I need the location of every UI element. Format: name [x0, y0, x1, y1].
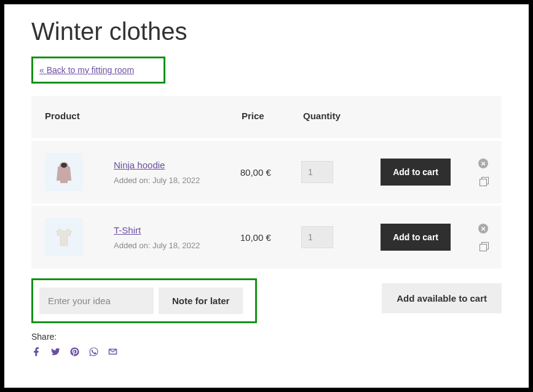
share-label: Share: — [31, 332, 502, 342]
svg-point-1 — [61, 163, 67, 168]
idea-input[interactable] — [39, 288, 154, 314]
email-icon[interactable] — [108, 347, 118, 357]
quantity-input[interactable] — [301, 161, 333, 183]
added-date: Added on: July 18, 2022 — [114, 241, 240, 250]
product-name-link[interactable]: Ninja hoodie — [114, 160, 165, 170]
add-to-cart-button[interactable]: Add to cart — [381, 159, 451, 186]
table-row: Ninja hoodie Added on: July 18, 2022 80,… — [31, 138, 502, 203]
copy-icon[interactable] — [480, 177, 488, 186]
table-row: T-Shirt Added on: July 18, 2022 10,00 € … — [31, 203, 502, 269]
hoodie-icon — [49, 157, 79, 187]
page-title: Winter clothes — [31, 18, 502, 45]
whatsapp-icon[interactable] — [89, 347, 99, 357]
product-thumbnail[interactable] — [45, 218, 83, 256]
product-thumbnail[interactable] — [45, 153, 83, 191]
note-highlight: Note for later — [31, 278, 257, 323]
col-price: Price — [242, 111, 303, 121]
col-quantity: Quantity — [303, 111, 383, 121]
remove-icon[interactable]: ✕ — [478, 159, 488, 168]
quantity-input[interactable] — [301, 226, 333, 248]
tshirt-icon — [50, 224, 77, 251]
product-name-link[interactable]: T-Shirt — [114, 225, 141, 235]
back-link-highlight: « Back to my fitting room — [31, 57, 165, 84]
back-link[interactable]: « Back to my fitting room — [39, 65, 134, 75]
col-product: Product — [45, 111, 242, 121]
add-to-cart-button[interactable]: Add to cart — [381, 224, 451, 251]
facebook-icon[interactable] — [31, 347, 42, 357]
note-for-later-button[interactable]: Note for later — [159, 288, 243, 314]
copy-icon[interactable] — [480, 242, 488, 251]
price-value: 10,00 € — [240, 232, 301, 243]
add-available-button[interactable]: Add available to cart — [382, 283, 502, 313]
remove-icon[interactable]: ✕ — [478, 224, 488, 233]
added-date: Added on: July 18, 2022 — [114, 176, 240, 185]
twitter-icon[interactable] — [50, 347, 61, 357]
price-value: 80,00 € — [240, 167, 301, 178]
pinterest-icon[interactable] — [69, 347, 80, 357]
wishlist-table: Product Price Quantity Ninja hoodie Adde… — [31, 96, 502, 269]
table-header: Product Price Quantity — [31, 96, 502, 138]
